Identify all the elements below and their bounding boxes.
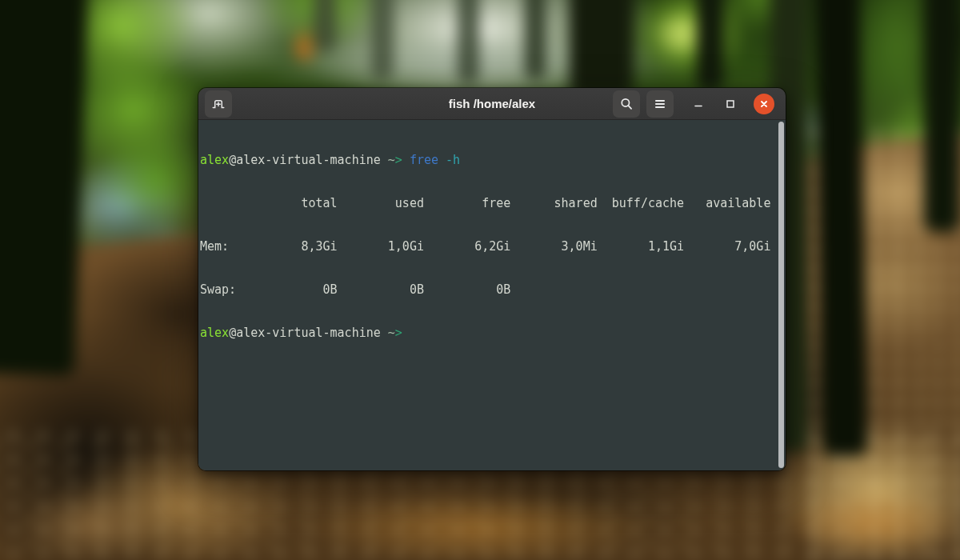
command-text: free: [410, 153, 438, 167]
terminal-output: alex@alex-virtual-machine ~> free -h tot…: [200, 124, 776, 369]
maximize-button[interactable]: [718, 90, 742, 118]
prompt-cwd: ~: [381, 326, 395, 340]
tree-trunk: [458, 0, 479, 84]
maximize-icon: [724, 98, 737, 110]
search-icon: [619, 97, 634, 111]
prompt-host: @alex-virtual-machine: [229, 153, 381, 167]
hamburger-menu-icon: [653, 97, 667, 111]
terminal-screen[interactable]: alex@alex-virtual-machine ~> free -h tot…: [198, 120, 786, 470]
tree-trunk: [525, 0, 546, 80]
free-output-header: total used free shared buff/cache availa…: [200, 196, 776, 210]
close-button[interactable]: [754, 94, 774, 114]
close-icon: [758, 98, 770, 110]
tree-trunk: [697, 0, 723, 91]
scrollbar[interactable]: [778, 122, 784, 468]
tree-trunk: [814, 0, 868, 456]
menu-button[interactable]: [646, 90, 674, 118]
terminal-window: fish /home/alex: [198, 88, 786, 470]
minimize-button[interactable]: [686, 90, 710, 118]
new-tab-icon: [211, 97, 226, 111]
prompt-cwd: ~: [381, 153, 395, 167]
prompt-line: alex@alex-virtual-machine ~>: [200, 326, 776, 340]
prompt-user: alex: [200, 326, 229, 340]
prompt-user: alex: [200, 153, 229, 167]
command-argument: -h: [438, 153, 460, 167]
prompt-line: alex@alex-virtual-machine ~> free -h: [200, 153, 776, 167]
orange-leaf: [294, 38, 312, 61]
prompt-host: @alex-virtual-machine: [229, 326, 381, 340]
free-output-swap-row: Swap: 0B 0B 0B: [200, 282, 776, 297]
tree-trunk: [924, 0, 960, 232]
prompt-symbol: >: [395, 153, 410, 167]
minimize-icon: [692, 98, 705, 110]
tree-trunk: [371, 0, 394, 80]
prompt-symbol: >: [395, 326, 410, 340]
search-button[interactable]: [613, 90, 640, 118]
tree-trunk: [570, 0, 634, 96]
desktop: fish /home/alex: [0, 0, 960, 560]
free-output-mem-row: Mem: 8,3Gi 1,0Gi 6,2Gi 3,0Mi 1,1Gi 7,0Gi: [200, 239, 776, 254]
titlebar[interactable]: fish /home/alex: [198, 88, 786, 120]
tree-trunk: [0, 0, 89, 375]
tree-trunk: [314, 0, 336, 52]
titlebar-controls: [613, 90, 779, 118]
new-tab-button[interactable]: [205, 90, 232, 118]
